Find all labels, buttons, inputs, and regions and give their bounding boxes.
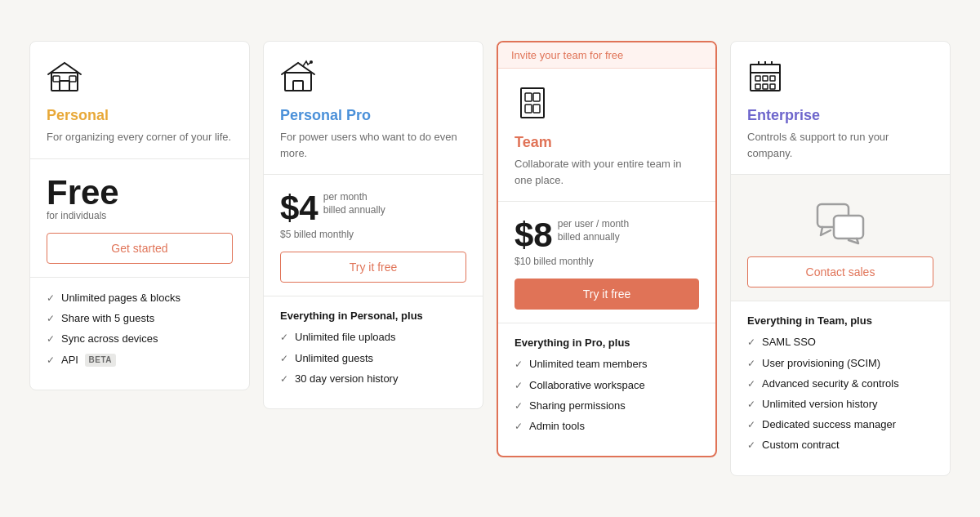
feature-item: ✓ Advanced security & controls (747, 377, 933, 391)
svg-rect-14 (755, 76, 760, 81)
feature-item: ✓ Sync across devices (47, 332, 233, 346)
svg-rect-17 (755, 84, 760, 89)
feature-label: Collaborative workspace (529, 378, 645, 393)
svg-rect-2 (53, 76, 60, 82)
feature-label: API BETA (61, 353, 116, 368)
price-row: $8 per user / month billed annually (514, 218, 699, 252)
svg-rect-9 (533, 93, 540, 101)
enterprise-plan-name: Enterprise (747, 107, 933, 124)
feature-label: Unlimited pages & blocks (61, 291, 180, 305)
enterprise-features: Everything in Team, plus ✓ SAML SSO ✓ Us… (731, 301, 950, 475)
check-icon: ✓ (747, 357, 755, 371)
price-meta: per month billed annually (323, 191, 385, 220)
feature-item: ✓ Admin tools (514, 419, 699, 434)
svg-rect-16 (770, 76, 775, 81)
enterprise-cta-button[interactable]: Contact sales (747, 256, 933, 287)
team-pricing: $8 per user / month billed annually $10 … (498, 202, 715, 323)
svg-rect-8 (525, 93, 532, 101)
check-icon: ✓ (514, 420, 523, 434)
feature-label: Unlimited team members (529, 357, 648, 372)
card-enterprise: Enterprise Controls & support to run you… (730, 41, 951, 475)
team-icon (514, 85, 699, 126)
enterprise-features-heading: Everything in Team, plus (747, 314, 933, 327)
svg-rect-11 (533, 105, 540, 113)
check-icon: ✓ (47, 332, 55, 346)
check-icon: ✓ (747, 439, 755, 452)
enterprise-plan-desc: Controls & support to run your company. (747, 129, 933, 161)
personal-icon (47, 58, 233, 99)
personal-cta-button[interactable]: Get started (47, 233, 233, 264)
price-meta: per user / month billed annually (558, 218, 629, 247)
check-icon: ✓ (514, 399, 523, 413)
team-price-sub: $10 billed monthly (514, 256, 699, 267)
svg-point-6 (310, 60, 313, 64)
svg-rect-24 (834, 216, 863, 238)
feature-item: ✓ API BETA (47, 353, 233, 368)
feature-item: ✓ Unlimited guests (280, 351, 466, 366)
feature-label: Admin tools (529, 419, 585, 434)
feature-item: ✓ Unlimited pages & blocks (47, 291, 233, 305)
personal-pro-icon (280, 58, 466, 99)
personal-pro-features: Everything in Personal, plus ✓ Unlimited… (264, 296, 483, 408)
svg-rect-19 (770, 84, 775, 89)
feature-item: ✓ Dedicated success manager (747, 417, 933, 432)
svg-rect-5 (293, 81, 303, 91)
personal-pro-plan-desc: For power users who want to do even more… (280, 129, 466, 161)
feature-item: ✓ SAML SSO (747, 335, 933, 350)
team-features-heading: Everything in Pro, plus (514, 336, 699, 349)
feature-item: ✓ Unlimited file uploads (280, 330, 466, 345)
check-icon: ✓ (280, 331, 288, 345)
check-icon: ✓ (514, 358, 523, 372)
team-plan-name: Team (514, 134, 699, 151)
check-icon: ✓ (47, 312, 55, 326)
price-row: $4 per month billed annually (280, 191, 466, 225)
personal-plan-name: Personal (47, 107, 233, 124)
pricing-container: Personal For organizing every corner of … (13, 8, 967, 508)
personal-pro-cta-button[interactable]: Try it free (280, 252, 466, 283)
feature-item: ✓ Sharing permissions (514, 399, 699, 413)
feature-item: ✓ User provisioning (SCIM) (747, 356, 933, 371)
personal-pro-pricing: $4 per month billed annually $5 billed m… (264, 175, 483, 296)
svg-rect-1 (60, 81, 69, 91)
feature-item: ✓ Unlimited team members (514, 357, 699, 372)
price-per-line1: per user / month (558, 218, 629, 231)
personal-individuals: for individuals (47, 210, 233, 221)
enterprise-icon (747, 58, 933, 99)
feature-label: Unlimited version history (762, 397, 878, 412)
svg-rect-10 (525, 105, 532, 113)
feature-label: Unlimited file uploads (295, 330, 396, 345)
beta-badge: BETA (85, 354, 116, 367)
check-icon: ✓ (747, 398, 755, 412)
feature-item: ✓ 30 day version history (280, 372, 466, 386)
personal-pro-plan-name: Personal Pro (280, 107, 466, 124)
feature-item: ✓ Custom contract (747, 438, 933, 452)
feature-label: Dedicated success manager (762, 417, 896, 432)
svg-rect-18 (763, 84, 768, 89)
personal-pro-features-heading: Everything in Personal, plus (280, 310, 466, 322)
card-top-team: Team Collaborate with your entire team i… (498, 69, 715, 202)
check-icon: ✓ (514, 379, 523, 393)
price-per-line2: billed annually (558, 231, 629, 244)
feature-label: Sharing permissions (529, 399, 626, 413)
check-icon: ✓ (747, 377, 755, 391)
svg-rect-13 (751, 65, 780, 73)
svg-rect-15 (763, 76, 768, 81)
personal-pro-price-sub: $5 billed monthly (280, 229, 466, 240)
price-per-line2: billed annually (323, 204, 385, 217)
feature-label: 30 day version history (295, 372, 398, 386)
card-top-personal-pro: Personal Pro For power users who want to… (264, 42, 483, 175)
personal-features: ✓ Unlimited pages & blocks ✓ Share with … (30, 278, 249, 390)
feature-label: User provisioning (SCIM) (762, 356, 880, 371)
card-team: Invite your team for free Team Collabora… (497, 41, 717, 457)
feature-item: ✓ Collaborative workspace (514, 378, 699, 393)
chat-icon (816, 203, 865, 245)
check-icon: ✓ (280, 372, 288, 386)
check-icon: ✓ (747, 418, 755, 432)
card-personal: Personal For organizing every corner of … (29, 41, 250, 390)
personal-pricing: Free for individuals Get started (30, 159, 249, 278)
team-cta-button[interactable]: Try it free (514, 279, 699, 310)
check-icon: ✓ (747, 336, 755, 350)
price-per-line1: per month (323, 191, 385, 204)
check-icon: ✓ (47, 292, 55, 305)
personal-price: Free (47, 176, 233, 210)
